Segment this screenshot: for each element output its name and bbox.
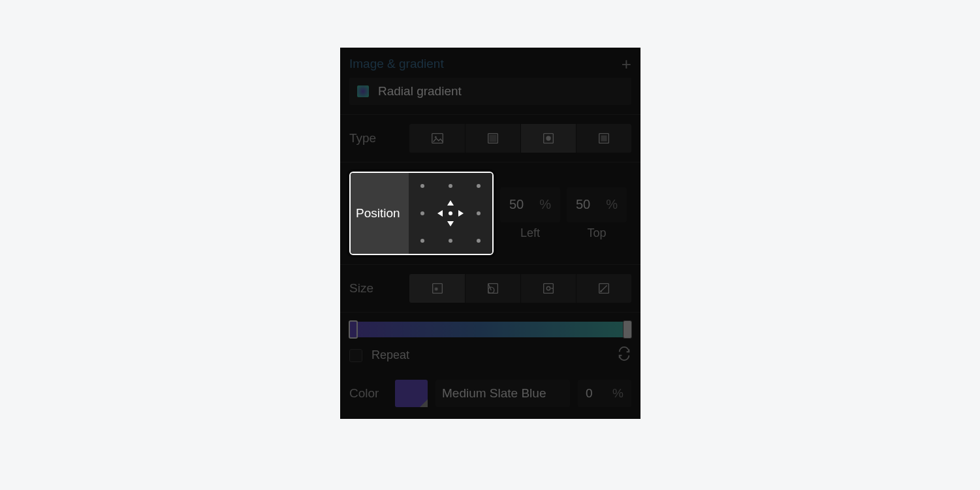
size-farthest-side-icon [541,281,556,296]
gradient-item[interactable]: Radial gradient [349,78,631,105]
repeat-label: Repeat [371,348,409,362]
repeat-checkbox[interactable] [349,349,362,362]
gradient-stop-right[interactable] [623,320,632,339]
linear-gradient-icon [486,131,500,145]
gradient-preview-swatch [357,85,369,97]
svg-point-5 [546,136,550,140]
center-dot-icon [449,211,452,215]
image-icon [430,131,445,145]
size-button-group [409,274,631,303]
color-stop-unit: % [612,386,624,401]
position-top-value: 50 [576,197,590,212]
size-closest-side-icon [430,281,445,296]
color-name-input[interactable]: Medium Slate Blue [435,380,570,407]
anchor-top-left[interactable] [420,184,424,188]
position-left-input[interactable]: 50 % [500,187,560,222]
size-label: Size [349,281,387,296]
position-top-label: Top [587,226,606,240]
arrow-up-icon [447,200,454,206]
color-name-value: Medium Slate Blue [442,386,546,401]
divider [340,312,640,313]
anchor-top-center[interactable] [449,184,452,188]
position-left-label: Left [520,226,540,240]
section-title: Image & gradient [349,57,444,71]
size-row: Size [340,265,640,312]
color-label: Color [349,386,387,401]
position-label: Position [351,173,409,254]
svg-point-17 [600,290,602,292]
size-option-closest-corner[interactable] [465,274,520,303]
svg-rect-7 [601,135,607,141]
size-closest-corner-icon [486,281,500,296]
position-row: Position [340,162,640,264]
svg-rect-11 [488,284,498,294]
size-option-closest-side[interactable] [409,274,465,303]
reverse-stops-icon[interactable] [617,346,631,364]
type-label: Type [349,131,387,145]
type-option-radial[interactable] [520,124,576,153]
position-control: Position [349,172,494,255]
add-icon[interactable]: + [622,55,631,72]
color-stop-position-input[interactable]: 0 % [578,380,631,407]
position-left-field: 50 % Left [500,187,560,240]
gradient-slider[interactable] [349,322,631,337]
position-top-field: 50 % Top [567,187,627,240]
color-swatch[interactable] [395,380,428,407]
svg-point-15 [551,288,552,289]
type-row: Type [340,115,640,162]
position-left-value: 50 [509,197,524,212]
position-top-unit: % [606,197,618,212]
position-anchor-grid[interactable] [409,173,492,254]
repeat-row: Repeat [340,344,640,373]
image-and-gradient-panel: Image & gradient + Radial gradient Type … [340,48,640,419]
type-button-group [409,124,631,153]
type-option-solid[interactable] [576,124,631,153]
size-option-farthest-side[interactable] [520,274,576,303]
arrow-right-icon [458,210,464,217]
svg-rect-3 [490,135,497,142]
color-stop-value: 0 [586,386,593,401]
arrow-down-icon [447,221,454,226]
svg-point-14 [546,286,550,290]
radial-gradient-icon [541,131,556,145]
size-option-farthest-corner[interactable] [576,274,631,303]
position-inputs: 50 % Left 50 % Top [500,187,627,240]
anchor-center[interactable] [436,199,465,228]
color-row: Color Medium Slate Blue 0 % [340,373,640,419]
solid-color-icon [597,131,611,145]
position-left-unit: % [539,197,551,212]
anchor-bottom-right[interactable] [477,239,481,243]
type-option-image[interactable] [409,124,465,153]
position-top-input[interactable]: 50 % [567,187,627,222]
anchor-bottom-center[interactable] [449,239,452,243]
gradient-item-label: Radial gradient [378,84,462,99]
gradient-stop-left[interactable] [349,320,358,339]
size-farthest-corner-icon [597,281,611,296]
anchor-bottom-left[interactable] [420,239,424,243]
svg-point-10 [435,288,437,290]
anchor-middle-right[interactable] [477,211,481,215]
anchor-top-right[interactable] [477,184,481,188]
anchor-middle-left[interactable] [420,211,424,215]
type-option-linear[interactable] [465,124,520,153]
section-header: Image & gradient + [340,48,640,78]
arrow-left-icon [437,210,443,217]
